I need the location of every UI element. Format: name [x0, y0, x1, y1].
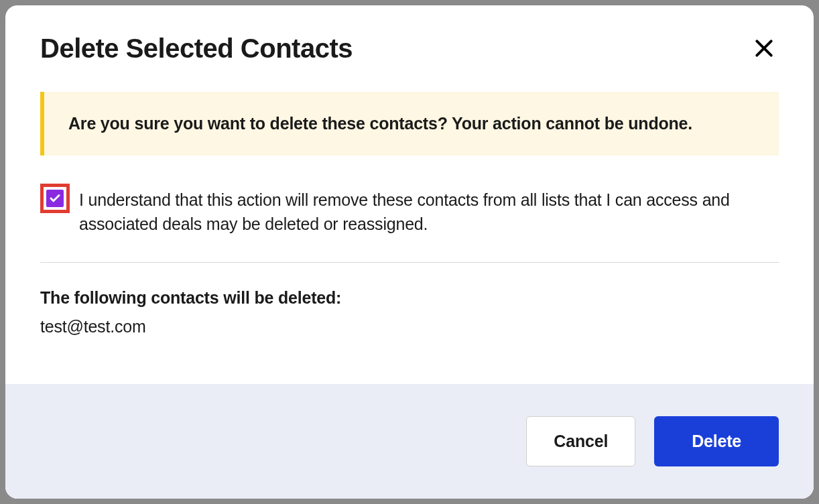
divider: [40, 262, 779, 263]
contacts-section: The following contacts will be deleted: …: [40, 288, 779, 336]
warning-banner: Are you sure you want to delete these co…: [40, 92, 779, 155]
warning-text: Are you sure you want to delete these co…: [68, 112, 755, 135]
delete-button[interactable]: Delete: [654, 416, 779, 466]
modal-title: Delete Selected Contacts: [40, 34, 353, 64]
modal-footer: Cancel Delete: [5, 384, 814, 499]
modal-header: Delete Selected Contacts: [40, 34, 779, 64]
close-button[interactable]: [749, 34, 779, 63]
checkmark-icon: [49, 192, 61, 204]
modal-content: Delete Selected Contacts Are you sure yo…: [5, 5, 814, 384]
understand-checkbox[interactable]: [46, 190, 64, 207]
checkbox-highlight: [40, 184, 70, 213]
checkbox-row: I understand that this action will remov…: [40, 184, 779, 237]
contacts-heading: The following contacts will be deleted:: [40, 288, 779, 308]
cancel-button[interactable]: Cancel: [526, 416, 635, 466]
close-icon: [753, 38, 775, 59]
contact-item: test@test.com: [40, 317, 779, 336]
checkbox-label: I understand that this action will remov…: [79, 188, 779, 237]
delete-contacts-modal: Delete Selected Contacts Are you sure yo…: [5, 5, 814, 499]
